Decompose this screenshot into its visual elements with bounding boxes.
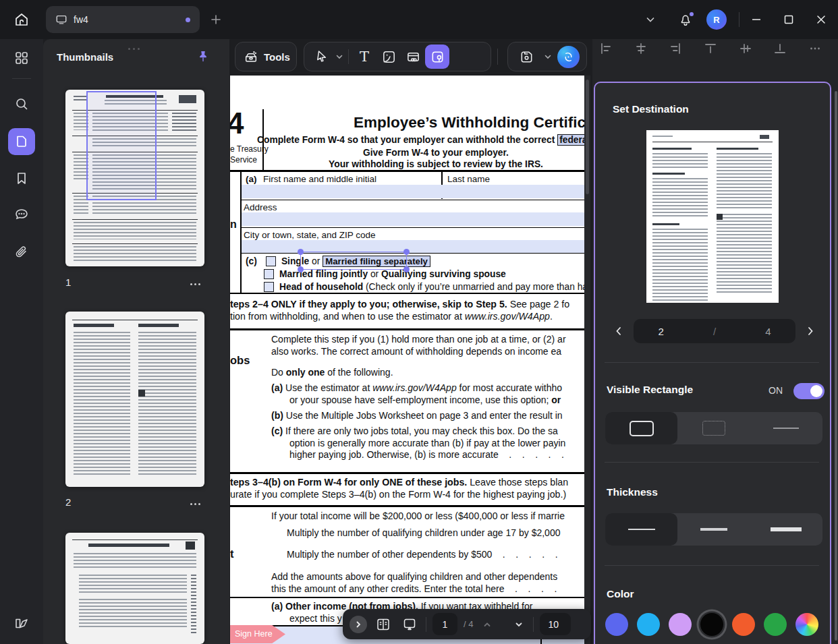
step3-label-fragment: t: [230, 548, 234, 560]
color-swatch-lilac[interactable]: [669, 613, 692, 636]
tool-group-annotate: T: [304, 42, 491, 71]
home-button[interactable]: [8, 6, 35, 33]
color-swatch-orange[interactable]: [732, 613, 755, 636]
form-rule: [230, 505, 584, 507]
sidebar-item-attachments[interactable]: [8, 239, 35, 266]
federal-income-link[interactable]: federal in: [557, 134, 584, 146]
color-swatch-blue[interactable]: [605, 613, 628, 636]
link-tool-button[interactable]: [401, 45, 425, 69]
reader-mode-button[interactable]: [8, 610, 35, 637]
apps-grid-button[interactable]: [8, 45, 35, 71]
align-right-icon[interactable]: [669, 42, 682, 55]
link-annotation-selection[interactable]: [300, 252, 407, 270]
head-household-checkbox[interactable]: [264, 282, 274, 292]
destination-page-indicator[interactable]: 2 / 4: [634, 319, 795, 343]
sidebar-item-thumbnails[interactable]: [8, 128, 35, 155]
thickness-thin-option[interactable]: [605, 513, 677, 546]
tab-title: fw4: [74, 14, 88, 25]
single-checkbox[interactable]: [266, 256, 276, 266]
zoom-input[interactable]: 10: [540, 613, 571, 635]
align-top-icon[interactable]: [704, 42, 717, 55]
minimize-icon: [751, 14, 762, 25]
close-icon: [816, 14, 827, 25]
style-solid-rectangle-option[interactable]: [605, 412, 677, 444]
sidebar-item-comments[interactable]: [8, 201, 35, 228]
page-menu-icon[interactable]: [190, 279, 205, 289]
text-tool-button[interactable]: T: [352, 45, 376, 69]
next-page-button[interactable]: [511, 614, 527, 635]
sidebar-item-bookmarks[interactable]: [8, 165, 35, 192]
form-rule: [230, 170, 584, 172]
scrollbar-thumb[interactable]: [586, 80, 589, 194]
form-subtitle-3: Your withholding is subject to review by…: [291, 159, 581, 169]
avatar[interactable]: R: [706, 9, 727, 30]
color-swatch-cyan[interactable]: [637, 613, 660, 636]
align-center-horizontal-icon[interactable]: [634, 42, 648, 55]
visible-rectangle-toggle[interactable]: [793, 383, 825, 399]
resize-handle[interactable]: [403, 266, 410, 272]
previous-destination-page-button[interactable]: [610, 320, 627, 342]
set-destination-panel: Set Destination: [594, 82, 831, 644]
close-button[interactable]: [810, 8, 833, 31]
expand-toolbar-button[interactable]: [350, 616, 367, 633]
alignment-toolbar: [599, 39, 822, 58]
thumbnail-page-1[interactable]: [65, 90, 204, 266]
step-note-2: teps 3–4(b) on Form W-4 for only ONE of …: [230, 477, 568, 488]
sidebar-item-search[interactable]: [8, 90, 35, 117]
thumbnail-page-2[interactable]: [65, 312, 204, 487]
address-field[interactable]: [242, 212, 584, 226]
resize-handle[interactable]: [298, 249, 304, 255]
city-field[interactable]: [242, 240, 584, 253]
destination-page-preview[interactable]: [646, 130, 779, 303]
thickness-medium-option[interactable]: [677, 513, 750, 546]
step2-option-c-line-3: higher paying job. Otherwise, (b) is mor…: [289, 449, 564, 460]
pin-panel-button[interactable]: [194, 48, 212, 65]
document-tab[interactable]: fw4: [46, 6, 200, 33]
underline-icon: [773, 428, 799, 429]
align-bottom-icon[interactable]: [773, 42, 787, 55]
unsaved-dot-icon: [186, 18, 190, 22]
panel-drag-handle[interactable]: [128, 40, 144, 43]
image-tool-button[interactable]: [376, 45, 401, 69]
reader-icon: [13, 615, 30, 631]
previous-page-button[interactable]: [479, 614, 495, 635]
thumbnail-page-3[interactable]: [65, 533, 204, 644]
next-destination-page-button[interactable]: [802, 320, 819, 342]
resize-handle[interactable]: [298, 266, 304, 272]
save-dropdown[interactable]: [543, 53, 554, 61]
maximize-button[interactable]: [777, 8, 800, 31]
notifications-button[interactable]: [674, 8, 697, 31]
resize-handle[interactable]: [403, 249, 410, 255]
select-tool-dropdown[interactable]: [334, 53, 345, 61]
new-tab-button[interactable]: [206, 10, 225, 29]
presentation-mode-button[interactable]: [399, 614, 420, 635]
document-scrollbar[interactable]: [584, 76, 590, 644]
more-options-icon[interactable]: [808, 42, 822, 55]
save-button[interactable]: [515, 45, 539, 69]
document-page[interactable]: 4 Employee’s Withholding Certifica Compl…: [230, 76, 584, 644]
married-jointly-checkbox[interactable]: [264, 269, 274, 279]
color-picker-rainbow[interactable]: [795, 613, 818, 636]
two-page-view-button[interactable]: [373, 614, 393, 635]
first-name-field[interactable]: [242, 185, 584, 198]
rectangle-style-selector: [605, 412, 822, 444]
style-dotted-rectangle-option[interactable]: [677, 412, 750, 444]
style-underline-option[interactable]: [750, 412, 822, 444]
page-number-input[interactable]: 1: [432, 613, 457, 635]
panel-scrollbar[interactable]: [835, 91, 837, 641]
collapse-toolbar-button[interactable]: [639, 8, 662, 31]
ai-assistant-button[interactable]: [557, 46, 580, 68]
color-swatch-black-selected[interactable]: [700, 613, 723, 636]
thickness-thick-option[interactable]: [750, 513, 822, 546]
tools-button[interactable]: Tools: [235, 42, 297, 71]
color-swatch-green[interactable]: [764, 613, 787, 636]
align-left-icon[interactable]: [599, 42, 613, 55]
select-tool-button[interactable]: [310, 45, 334, 69]
minimize-button[interactable]: [745, 8, 768, 31]
step2-do-line: Do only one of the following.: [271, 367, 393, 378]
align-middle-vertical-icon[interactable]: [739, 42, 752, 55]
set-destination-tool-button[interactable]: [425, 45, 449, 69]
bookmark-icon: [14, 171, 29, 185]
page-menu-icon[interactable]: [190, 499, 205, 508]
step3-line: Multiply the number of qualifying childr…: [287, 527, 560, 538]
